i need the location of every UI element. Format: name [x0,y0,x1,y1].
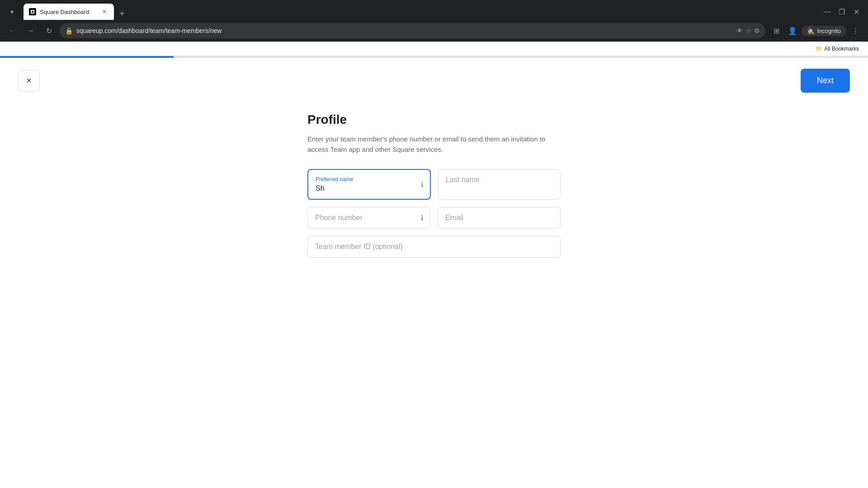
browser-chrome: ▾ Square Dashboard ✕ + — ❐ ✕ [0,0,868,56]
email-input[interactable] [445,214,553,222]
browser-toolbar: ← → ↻ 🔒 squareup.com/dashboard/team/team… [0,20,868,42]
close-window-button[interactable]: ✕ [850,5,863,18]
phone-number-input[interactable] [315,214,423,222]
tab-close-button[interactable]: ✕ [100,8,108,16]
last-name-field[interactable] [438,169,561,200]
bookmarks-folder-icon: 📁 [816,46,822,52]
browser-controls: ▾ [5,5,18,18]
contact-row: ℹ [307,207,561,229]
team-member-id-field[interactable] [307,236,561,258]
page-content: × Next Profile Enter your team member's … [0,56,868,283]
incognito-icon: 🕵 [807,28,814,34]
next-button[interactable]: Next [801,69,850,93]
form-description: Enter your team member's phone number or… [307,134,561,155]
email-field[interactable] [438,207,561,229]
star-icon: ☆ [745,27,751,34]
minimize-button[interactable]: — [821,5,834,18]
progress-segment-1 [0,56,174,58]
incognito-label: Incognito [817,28,841,34]
address-bar[interactable]: 🔒 squareup.com/dashboard/team/team-membe… [60,23,765,38]
title-bar: ▾ Square Dashboard ✕ + — ❐ ✕ [0,0,868,20]
phone-number-field[interactable]: ℹ [307,207,430,229]
progress-segment-2 [174,56,347,58]
extension-icon: ⚙ [754,27,760,34]
tab-favicon [29,8,36,15]
all-bookmarks-link[interactable]: 📁 All Bookmarks [812,44,863,53]
address-icons: 👁 ☆ ⚙ [736,27,760,34]
form-container: Profile Enter your team member's phone n… [289,103,579,283]
svg-rect-2 [32,11,33,13]
toolbar-actions: ⊞ 👤 🕵 Incognito ⋮ [769,23,863,38]
lock-icon: 🔒 [65,27,73,34]
phone-info-icon[interactable]: ℹ [421,214,424,222]
form-title: Profile [307,113,561,127]
forward-button[interactable]: → [24,23,38,38]
back-button[interactable]: ← [5,23,20,38]
preferred-name-input[interactable] [316,184,423,192]
extensions-button[interactable]: ⊞ [769,23,783,38]
incognito-button[interactable]: 🕵 Incognito [802,26,846,36]
progress-segment-3 [347,56,521,58]
page-header: × Next [0,58,868,103]
menu-button[interactable]: ⋮ [848,23,863,38]
reload-button[interactable]: ↻ [42,23,56,38]
progress-bar [0,56,868,58]
preferred-name-label: Preferred name [316,176,423,183]
tab-bar: Square Dashboard ✕ + [24,4,817,20]
team-member-id-input[interactable] [315,243,553,251]
profile-button[interactable]: 👤 [785,23,800,38]
maximize-button[interactable]: ❐ [835,5,848,18]
last-name-input[interactable] [446,176,553,184]
close-button[interactable]: × [18,70,40,92]
close-icon: × [26,75,32,86]
team-id-row [307,236,561,258]
preferred-name-info-icon[interactable]: ℹ [421,180,424,189]
eye-off-icon: 👁 [736,27,743,34]
progress-segment-4 [521,56,694,58]
bookmarks-label: All Bookmarks [824,46,859,52]
active-tab[interactable]: Square Dashboard ✕ [24,4,114,20]
progress-segment-5 [694,56,868,58]
name-row: Preferred name ℹ [307,169,561,200]
preferred-name-field[interactable]: Preferred name ℹ [307,169,431,200]
address-text: squareup.com/dashboard/team/team-members… [76,27,733,34]
tab-dropdown-button[interactable]: ▾ [5,5,18,18]
tab-title: Square Dashboard [40,9,97,15]
new-tab-button[interactable]: + [116,7,128,20]
bookmarks-bar: 📁 All Bookmarks [0,42,868,56]
